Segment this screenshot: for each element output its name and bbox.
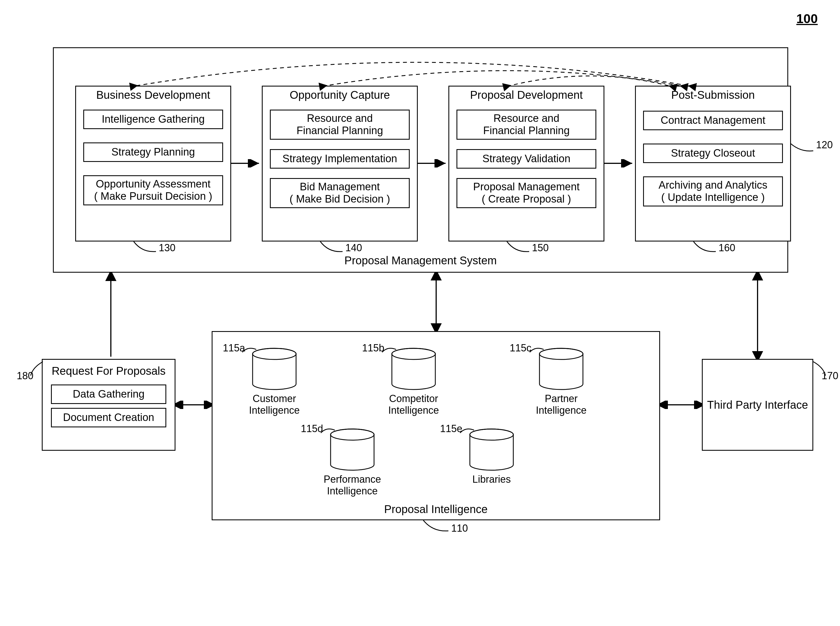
db-e-label: Libraries — [471, 474, 512, 485]
col4-cell3-text: Archiving and Analytics ( Update Intelli… — [659, 179, 768, 203]
col1-cell2-text: Strategy Planning — [111, 146, 195, 158]
col-business-development: Business Development Intelligence Gather… — [75, 86, 231, 241]
col4-cell2-text: Strategy Closeout — [671, 147, 755, 160]
db-c-label: Partner Intelligence — [532, 393, 590, 416]
col-post-submission: Post-Submission Contract Management Stra… — [635, 86, 791, 241]
col1-cell3: Opportunity Assessment ( Make Pursuit De… — [83, 175, 223, 205]
col1-cell2: Strategy Planning — [83, 142, 223, 162]
col2-cell1: Resource and Financial Planning — [270, 110, 410, 140]
diagram-root: 100 Proposal Management System 120 Busin… — [0, 0, 840, 626]
ref-120: 120 — [816, 139, 833, 151]
col2-cell3-text: Bid Management ( Make Bid Decision ) — [289, 181, 390, 205]
ref-115a: 115a — [223, 342, 245, 354]
ref-110: 110 — [451, 523, 468, 534]
col-proposal-development: Proposal Development Resource and Financ… — [448, 86, 604, 241]
pms-title: Proposal Management System — [53, 254, 788, 267]
arrow-pi-tpi — [660, 401, 702, 409]
col1-cell1-text: Intelligence Gathering — [102, 113, 205, 125]
ref-140: 140 — [345, 242, 362, 254]
ref-130: 130 — [159, 242, 176, 254]
leader-150 — [507, 241, 535, 255]
pi-title: Proposal Intelligence — [212, 503, 660, 516]
rfp-title: Request For Proposals — [42, 360, 174, 379]
col3-cell2: Strategy Validation — [457, 149, 596, 169]
db-d-label: Performance Intelligence — [317, 474, 387, 497]
feedback-arcs — [75, 53, 716, 89]
col2-cell1-text: Resource and Financial Planning — [297, 113, 383, 137]
leader-160 — [694, 241, 721, 255]
rfp-cell2: Document Creation — [51, 408, 166, 427]
ref-115e: 115e — [440, 423, 462, 435]
col3-cell2-text: Strategy Validation — [482, 153, 570, 165]
leader-140 — [320, 241, 348, 255]
rfp-cell1: Data Gathering — [51, 385, 166, 404]
col3-cell1: Resource and Financial Planning — [457, 110, 596, 140]
col1-cell3-text: Opportunity Assessment ( Make Pursuit De… — [94, 178, 212, 202]
col3-cell3-text: Proposal Management ( Create Proposal ) — [473, 181, 579, 205]
ref-115b: 115b — [362, 342, 384, 354]
figure-number: 100 — [796, 11, 818, 26]
arrow-pms-pi — [430, 273, 442, 332]
leader-170 — [813, 362, 830, 379]
leader-115e — [460, 426, 477, 437]
rfp-cell1-text: Data Gathering — [73, 388, 144, 401]
leader-180 — [31, 362, 47, 379]
arrow-tpi-pms — [752, 273, 763, 360]
col-opportunity-capture: Opportunity Capture Resource and Financi… — [262, 86, 418, 241]
rfp-cell2-text: Document Creation — [63, 412, 154, 424]
col2-cell2-text: Strategy Implementation — [283, 153, 397, 165]
tpi-box: Third Party Interface — [702, 359, 813, 451]
leader-110 — [423, 520, 454, 534]
leader-115d — [321, 426, 338, 437]
rfp-box: Request For Proposals Data Gathering Doc… — [42, 359, 176, 451]
ref-160: 160 — [719, 242, 735, 254]
leader-115b — [382, 345, 399, 356]
col3-cell1-text: Resource and Financial Planning — [483, 113, 570, 137]
col4-cell1: Contract Management — [643, 111, 783, 130]
db-b-label: Competitor Intelligence — [382, 393, 446, 416]
arrow-rfp-pms — [105, 273, 116, 360]
col2-cell3: Bid Management ( Make Bid Decision ) — [270, 178, 410, 208]
col4-cell3: Archiving and Analytics ( Update Intelli… — [643, 176, 783, 207]
leader-115a — [242, 345, 259, 356]
leader-130 — [134, 241, 162, 255]
ref-115c: 115c — [510, 342, 531, 354]
ref-150: 150 — [532, 242, 549, 254]
db-a-label: Customer Intelligence — [245, 393, 304, 416]
col1-cell1: Intelligence Gathering — [83, 110, 223, 129]
tpi-title: Third Party Interface — [707, 399, 808, 411]
col2-cell2: Strategy Implementation — [270, 149, 410, 169]
arrow-col3-col4 — [604, 159, 636, 167]
arrow-rfp-pi — [176, 401, 212, 409]
ref-115d: 115d — [301, 423, 323, 435]
col4-cell1-text: Contract Management — [661, 114, 765, 127]
arrow-col1-col2 — [231, 159, 262, 167]
col4-cell2: Strategy Closeout — [643, 144, 783, 163]
leader-115c — [530, 345, 546, 356]
col3-cell3: Proposal Management ( Create Proposal ) — [457, 178, 596, 208]
arrow-col2-col3 — [418, 159, 449, 167]
